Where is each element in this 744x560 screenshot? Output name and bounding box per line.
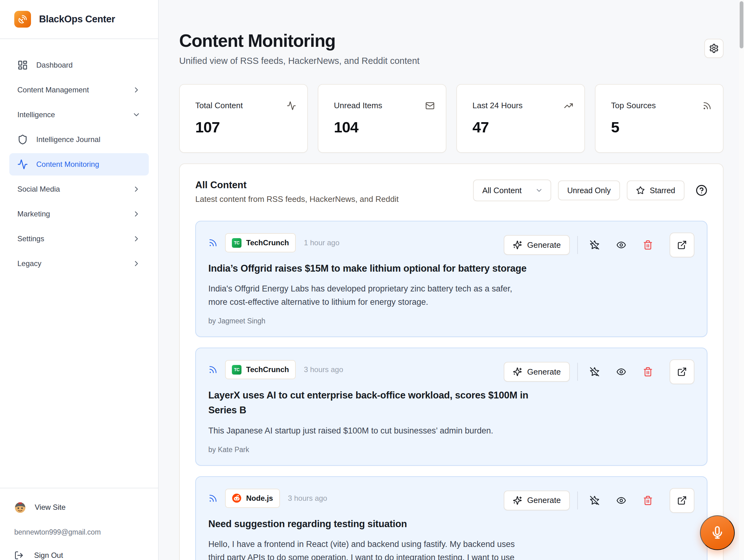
stats-row: Total Content 107 Unread Items 104 Last … [179, 84, 723, 153]
scrollbar-track[interactable] [739, 0, 744, 560]
stat-label: Last 24 Hours [473, 101, 523, 110]
sidebar-item-content-management[interactable]: Content Management [9, 79, 149, 101]
delete-button[interactable] [643, 495, 653, 506]
avatar [14, 501, 26, 513]
scrollbar-thumb[interactable] [740, 1, 743, 48]
trash-icon [643, 367, 653, 377]
divider [577, 236, 578, 254]
stat-value: 47 [473, 118, 573, 136]
stat-label: Total Content [195, 101, 243, 110]
generate-label: Generate [527, 367, 561, 377]
content-list: TC TechCrunch 1 hour ago India’s Offgrid… [195, 221, 707, 560]
content-item[interactable]: Node.js 3 hours ago Need suggestion rega… [195, 476, 707, 560]
panel-subtitle: Latest content from RSS feeds, HackerNew… [195, 194, 399, 204]
mark-read-button[interactable] [616, 367, 626, 377]
star-off-button[interactable] [590, 240, 600, 250]
open-external-button[interactable] [670, 360, 695, 384]
techcrunch-logo: TC [232, 238, 241, 248]
chevron-right-icon [132, 259, 141, 268]
chevron-right-icon [132, 210, 141, 218]
sidebar-item-marketing[interactable]: Marketing [9, 203, 149, 225]
view-site-label: View Site [35, 503, 66, 512]
generate-button[interactable]: Generate [504, 235, 570, 255]
generate-button[interactable]: Generate [504, 490, 570, 510]
stat-label: Unread Items [334, 101, 382, 110]
sidebar-item-content-monitoring[interactable]: Content Monitoring [9, 153, 149, 176]
sparkles-icon [513, 496, 522, 505]
timestamp: 3 hours ago [288, 494, 327, 502]
sidebar-item-label: Marketing [17, 210, 50, 218]
source-name: Node.js [246, 494, 273, 502]
delete-button[interactable] [643, 240, 653, 250]
sidebar-item-label: Intelligence [17, 110, 55, 119]
rss-icon [208, 494, 218, 503]
sidebar-nav: Dashboard Content Management Intelligenc… [0, 39, 158, 275]
content-filter-dropdown[interactable]: All Content [473, 180, 551, 201]
brand-title: BlackOps Center [39, 14, 115, 25]
log-out-icon [14, 551, 24, 560]
reddit-logo [232, 493, 241, 503]
sidebar-item-label: Dashboard [36, 61, 73, 70]
open-external-button[interactable] [670, 488, 695, 513]
generate-button[interactable]: Generate [504, 362, 570, 382]
sidebar-item-intelligence[interactable]: Intelligence [9, 104, 149, 126]
star-off-icon [590, 367, 600, 377]
sidebar-item-label: Settings [17, 234, 44, 243]
rss-icon [208, 365, 218, 374]
satellite-dish-icon [18, 14, 28, 24]
stat-value: 104 [334, 118, 435, 136]
eye-icon [616, 367, 626, 377]
external-link-icon [677, 367, 687, 377]
generate-label: Generate [527, 240, 561, 250]
content-item[interactable]: TC TechCrunch 3 hours ago LayerX uses AI… [195, 347, 707, 465]
activity-icon [17, 159, 28, 170]
sidebar-item-legacy[interactable]: Legacy [9, 252, 149, 275]
mark-read-button[interactable] [616, 495, 626, 506]
timestamp: 1 hour ago [304, 238, 339, 247]
divider [577, 491, 578, 510]
app-logo [14, 11, 31, 28]
eye-icon [616, 495, 626, 506]
source-name: TechCrunch [246, 238, 289, 247]
item-description: India's Offgrid Energy Labs has develope… [208, 282, 515, 309]
sidebar-footer: View Site bennewton999@gmail.com Sign Ou… [0, 488, 158, 560]
delete-button[interactable] [643, 367, 653, 377]
generate-label: Generate [527, 495, 561, 505]
star-off-icon [590, 240, 600, 250]
sign-out-label: Sign Out [34, 551, 63, 560]
sidebar-item-label: Content Monitoring [36, 160, 99, 169]
item-description: This Japanese AI startup just raised $10… [208, 424, 515, 438]
view-site-link[interactable]: View Site [14, 501, 144, 513]
mark-read-button[interactable] [616, 240, 626, 250]
stat-card-top-sources: Top Sources 5 [595, 84, 723, 153]
gear-icon [709, 43, 719, 53]
sidebar-item-social-media[interactable]: Social Media [9, 178, 149, 200]
stat-card-last-24-hours: Last 24 Hours 47 [456, 84, 585, 153]
panel-title: All Content [195, 180, 399, 191]
star-off-button[interactable] [590, 495, 600, 506]
help-icon[interactable] [696, 185, 707, 196]
voice-input-button[interactable] [700, 515, 735, 550]
open-external-button[interactable] [670, 232, 695, 257]
chevron-right-icon [132, 234, 141, 243]
sign-out-button[interactable]: Sign Out [14, 551, 144, 560]
sidebar-item-label: Social Media [17, 185, 60, 193]
sidebar: BlackOps Center Dashboard Content Manage… [0, 0, 159, 560]
star-off-button[interactable] [590, 367, 600, 377]
settings-button[interactable] [704, 39, 723, 58]
divider [577, 363, 578, 381]
page-title: Content Monitoring [179, 30, 723, 51]
stat-value: 107 [195, 118, 296, 136]
sidebar-item-dashboard[interactable]: Dashboard [9, 54, 149, 76]
trash-icon [643, 495, 653, 506]
starred-filter-button[interactable]: Starred [627, 181, 684, 200]
trash-icon [643, 240, 653, 250]
unread-only-button[interactable]: Unread Only [558, 181, 620, 200]
content-item[interactable]: TC TechCrunch 1 hour ago India’s Offgrid… [195, 221, 707, 337]
timestamp: 3 hours ago [304, 365, 343, 374]
sidebar-item-intelligence-journal[interactable]: Intelligence Journal [9, 128, 149, 151]
external-link-icon [677, 240, 687, 250]
main-content: Content Monitoring Unified view of RSS f… [159, 0, 744, 560]
sidebar-item-settings[interactable]: Settings [9, 228, 149, 250]
chevron-right-icon [132, 85, 141, 94]
